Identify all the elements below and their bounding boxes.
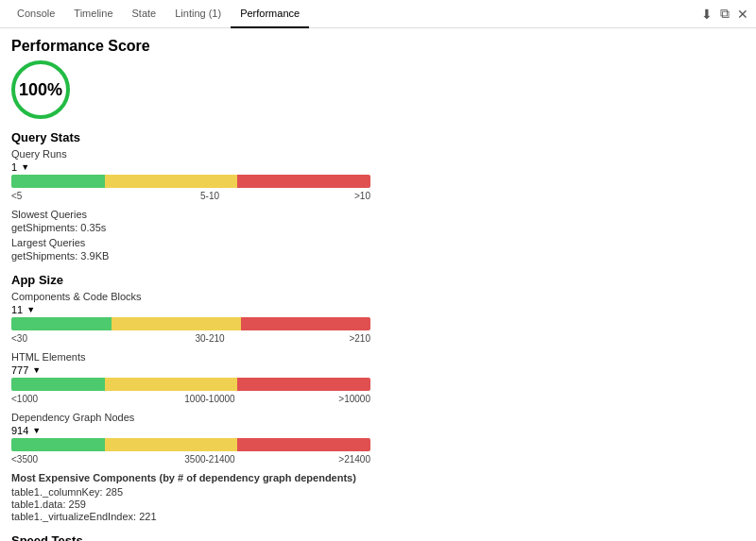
tab-console[interactable]: Console: [8, 0, 64, 28]
tab-state[interactable]: State: [123, 0, 166, 28]
slowest-queries-label: Slowest Queries: [11, 209, 745, 220]
bar-green-3: [11, 378, 105, 391]
query-runs-label: Query Runs: [11, 148, 745, 160]
speed-tests-title: Speed Tests: [11, 533, 745, 541]
query-runs-bar: [11, 175, 370, 188]
query-runs-dropdown[interactable]: ▼: [21, 162, 29, 172]
query-runs-value: 1: [11, 161, 17, 173]
query-stats-title: Query Stats: [11, 130, 745, 144]
close-icon[interactable]: ✕: [737, 7, 748, 22]
bar1-labels: <5 5-10 >10: [11, 191, 370, 201]
components-bar: [11, 317, 370, 330]
bar-green-2: [11, 317, 112, 330]
main-content: Performance Score 100% Query Stats Query…: [0, 28, 756, 541]
expensive-item-1: table1._columnKey: 285: [11, 486, 745, 498]
bar1-label-high: >10: [314, 191, 370, 201]
expensive-item-2: table1.data: 259: [11, 499, 745, 510]
bar4-label-high: >21400: [314, 454, 370, 465]
bar-red-3: [237, 378, 370, 391]
html-elements-label: HTML Elements: [11, 351, 745, 363]
html-elements-value: 777: [11, 364, 28, 376]
bar3-labels: <1000 1000-10000 >10000: [11, 394, 370, 404]
bar-red-2: [241, 317, 370, 330]
bar-yellow-4: [105, 438, 238, 451]
largest-queries-label: Largest Queries: [11, 237, 745, 248]
bar-green-1: [11, 175, 105, 188]
html-elements-bar: [11, 378, 370, 391]
tab-timeline[interactable]: Timeline: [64, 0, 122, 28]
score-circle: 100%: [11, 60, 70, 119]
bar3-label-high: >10000: [314, 394, 370, 404]
slowest-query-1: getShipments: 0.35s: [11, 222, 745, 233]
dep-graph-label: Dependency Graph Nodes: [11, 412, 745, 423]
html-elements-dropdown[interactable]: ▼: [32, 365, 41, 375]
score-value: 100%: [19, 80, 62, 100]
nav-actions: ⬇ ⧉ ✕: [701, 6, 748, 22]
dep-graph-value: 914: [11, 425, 28, 436]
bar-yellow-2: [112, 317, 241, 330]
bar-green-4: [11, 438, 105, 451]
dep-graph-dropdown[interactable]: ▼: [32, 426, 41, 435]
bar3-label-low: <1000: [11, 394, 106, 404]
nav-bar: Console Timeline State Linting (1) Perfo…: [0, 0, 756, 28]
components-label: Components & Code Blocks: [11, 291, 745, 302]
dep-graph-bar: [11, 438, 370, 451]
tab-linting[interactable]: Linting (1): [165, 0, 231, 28]
copy-icon[interactable]: ⧉: [720, 6, 730, 22]
bar4-label-low: <3500: [11, 454, 106, 465]
components-value: 11: [11, 304, 23, 315]
bar2-labels: <30 30-210 >210: [11, 333, 370, 344]
download-icon[interactable]: ⬇: [701, 7, 713, 22]
bar3-label-mid: 1000-10000: [106, 394, 314, 404]
tab-performance[interactable]: Performance: [231, 0, 309, 28]
bar1-label-low: <5: [11, 191, 106, 201]
app-size-title: App Size: [11, 273, 745, 287]
bar-red-1: [237, 175, 370, 188]
bar2-label-low: <30: [11, 333, 106, 344]
expensive-components-title: Most Expensive Components (by # of depen…: [11, 472, 745, 483]
bar-red-4: [237, 438, 370, 451]
bar4-labels: <3500 3500-21400 >21400: [11, 454, 370, 465]
bar4-label-mid: 3500-21400: [106, 454, 314, 465]
components-dropdown[interactable]: ▼: [26, 305, 35, 314]
bar2-label-high: >210: [314, 333, 370, 344]
performance-score-title: Performance Score: [11, 38, 745, 55]
expensive-item-3: table1._virtualizeEndIndex: 221: [11, 511, 745, 522]
bar2-label-mid: 30-210: [106, 333, 314, 344]
largest-query-1: getShipments: 3.9KB: [11, 250, 745, 262]
bar1-label-mid: 5-10: [106, 191, 314, 201]
bar-yellow-1: [105, 175, 238, 188]
bar-yellow-3: [105, 378, 238, 391]
